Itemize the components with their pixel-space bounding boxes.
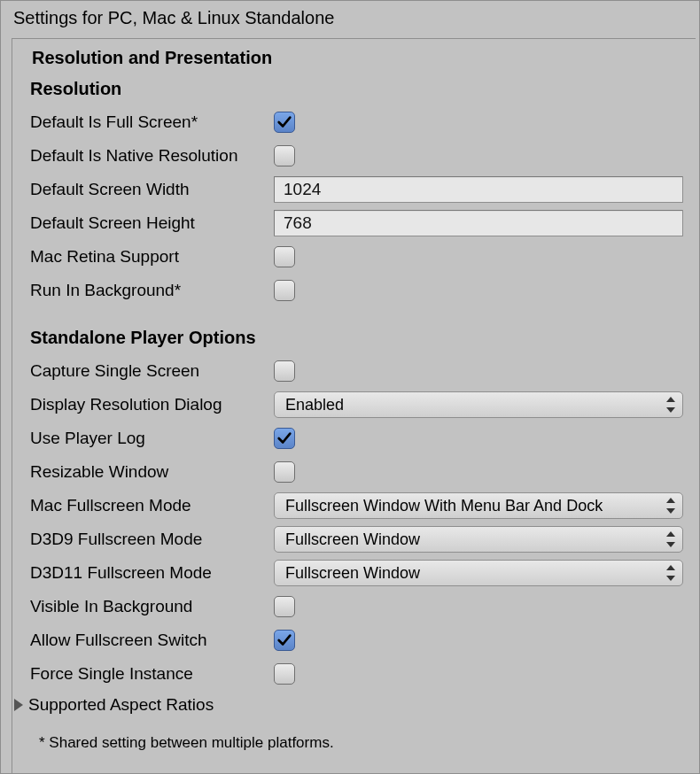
- default-screen-height-input[interactable]: [274, 210, 683, 236]
- force-single-instance-checkbox[interactable]: [274, 663, 295, 685]
- dropdown-arrows-icon: [665, 531, 677, 547]
- standalone-title: Standalone Player Options: [30, 328, 688, 348]
- run-in-background-label: Run In Background*: [30, 281, 274, 300]
- section-title: Resolution and Presentation: [32, 48, 688, 68]
- allow-fullscreen-switch-checkbox[interactable]: [274, 630, 295, 651]
- resizable-window-checkbox[interactable]: [274, 461, 295, 483]
- default-screen-height-label: Default Screen Height: [30, 213, 274, 233]
- footnote: * Shared setting between multiple platfo…: [39, 734, 688, 752]
- default-is-full-screen-label: Default Is Full Screen*: [30, 112, 274, 132]
- mac-fullscreen-mode-value: Fullscreen Window With Menu Bar And Dock: [285, 497, 603, 515]
- capture-single-screen-checkbox[interactable]: [274, 360, 295, 382]
- allow-fullscreen-switch-label: Allow Fullscreen Switch: [30, 631, 274, 650]
- default-is-native-resolution-label: Default Is Native Resolution: [30, 146, 274, 166]
- default-is-native-resolution-checkbox[interactable]: [274, 145, 295, 166]
- d3d9-fullscreen-mode-label: D3D9 Fullscreen Mode: [30, 530, 274, 549]
- use-player-log-checkbox[interactable]: [274, 428, 295, 449]
- d3d9-fullscreen-mode-value: Fullscreen Window: [285, 530, 420, 549]
- resolution-title: Resolution: [30, 79, 688, 99]
- d3d11-fullscreen-mode-dropdown[interactable]: Fullscreen Window: [274, 560, 683, 586]
- mac-fullscreen-mode-label: Mac Fullscreen Mode: [30, 496, 274, 515]
- display-resolution-dialog-value: Enabled: [285, 396, 344, 414]
- mac-retina-support-label: Mac Retina Support: [30, 247, 274, 267]
- visible-in-background-label: Visible In Background: [30, 597, 274, 616]
- d3d11-fullscreen-mode-value: Fullscreen Window: [285, 564, 420, 583]
- display-resolution-dialog-dropdown[interactable]: Enabled: [274, 391, 683, 418]
- d3d11-fullscreen-mode-label: D3D11 Fullscreen Mode: [30, 563, 274, 583]
- dropdown-arrows-icon: [665, 565, 677, 581]
- supported-aspect-ratios-foldout[interactable]: Supported Aspect Ratios: [14, 695, 688, 715]
- inner-box: Resolution and Presentation Resolution D…: [12, 38, 696, 773]
- default-screen-width-label: Default Screen Width: [30, 180, 274, 199]
- use-player-log-label: Use Player Log: [30, 429, 274, 448]
- display-resolution-dialog-label: Display Resolution Dialog: [30, 395, 274, 414]
- default-screen-width-input[interactable]: [274, 176, 683, 203]
- panel-title: Settings for PC, Mac & Linux Standalone: [1, 1, 699, 35]
- settings-panel: Settings for PC, Mac & Linux Standalone …: [0, 0, 700, 774]
- resizable-window-label: Resizable Window: [30, 462, 274, 482]
- dropdown-arrows-icon: [665, 397, 677, 413]
- foldout-arrow-icon: [14, 699, 23, 711]
- mac-fullscreen-mode-dropdown[interactable]: Fullscreen Window With Menu Bar And Dock: [274, 492, 683, 519]
- capture-single-screen-label: Capture Single Screen: [30, 361, 274, 381]
- supported-aspect-ratios-label: Supported Aspect Ratios: [28, 695, 214, 715]
- run-in-background-checkbox[interactable]: [274, 280, 295, 301]
- force-single-instance-label: Force Single Instance: [30, 664, 274, 684]
- dropdown-arrows-icon: [665, 498, 677, 514]
- default-is-full-screen-checkbox[interactable]: [274, 112, 295, 133]
- mac-retina-support-checkbox[interactable]: [274, 246, 295, 267]
- d3d9-fullscreen-mode-dropdown[interactable]: Fullscreen Window: [274, 526, 683, 553]
- visible-in-background-checkbox[interactable]: [274, 596, 295, 617]
